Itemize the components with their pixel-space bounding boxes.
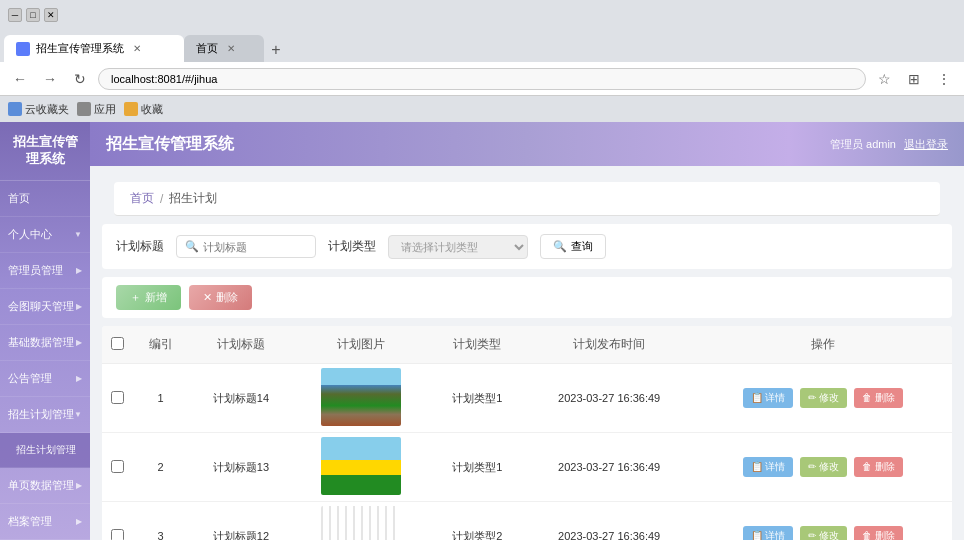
chevron-down-icon-2: ▼ — [74, 410, 82, 419]
back-btn[interactable]: ← — [8, 67, 32, 91]
bookmark-label-2: 应用 — [94, 102, 116, 117]
sidebar-item-home[interactable]: 首页 — [0, 181, 90, 217]
add-icon: ＋ — [130, 290, 141, 305]
menu-icon[interactable]: ⋮ — [932, 67, 956, 91]
delete-btn-label: 删除 — [216, 290, 238, 305]
header-title: 计划标题 — [189, 326, 292, 364]
content-area: 首页 / 招生计划 计划标题 🔍 计划类型 请选择计划类型 计划类型1 计 — [90, 166, 964, 540]
edit-label: 修改 — [819, 461, 839, 472]
bookmark-star-icon[interactable]: ☆ — [872, 67, 896, 91]
chevron-right-icon-3: ▶ — [76, 338, 82, 347]
delete-button[interactable]: 🗑 删除 — [854, 457, 903, 477]
sidebar-item-plan[interactable]: 招生计划管理 ▼ — [0, 397, 90, 433]
delete-row-icon: 🗑 — [862, 392, 872, 403]
bookmark-label-3: 收藏 — [141, 102, 163, 117]
inactive-tab[interactable]: 首页 ✕ — [184, 35, 264, 62]
table-row: 3 计划标题12 计划类型2 2023-03-27 16:36:49 📋 详情 … — [102, 502, 952, 541]
row-checkbox[interactable] — [111, 529, 124, 541]
sidebar-item-chat[interactable]: 会图聊天管理 ▶ — [0, 289, 90, 325]
tab-bar: 招生宣传管理系统 ✕ 首页 ✕ + — [0, 30, 964, 62]
plan-title-input[interactable] — [203, 241, 303, 253]
new-tab-btn[interactable]: + — [264, 38, 288, 62]
row-ops: 📋 详情 ✏ 修改 🗑 删除 — [694, 364, 952, 433]
chevron-right-icon-2: ▶ — [76, 302, 82, 311]
bookmark-favorites[interactable]: 收藏 — [124, 102, 163, 117]
forward-btn[interactable]: → — [38, 67, 62, 91]
sidebar-item-profile[interactable]: 个人中心 ▼ — [0, 217, 90, 253]
top-header: 招生宣传管理系统 管理员 admin 退出登录 — [90, 122, 964, 166]
header-right: 管理员 admin 退出登录 — [830, 137, 948, 152]
window-controls[interactable]: ─ □ ✕ — [8, 8, 58, 22]
data-table: 编引 计划标题 计划图片 计划类型 计划发布时间 操作 1 计划标题14 — [102, 326, 952, 540]
bookmark-collections[interactable]: 云收藏夹 — [8, 102, 69, 117]
row-time: 2023-03-27 16:36:49 — [525, 364, 694, 433]
search-button[interactable]: 🔍 查询 — [540, 234, 606, 259]
delete-button[interactable]: 🗑 删除 — [854, 526, 903, 540]
row-checkbox[interactable] — [111, 391, 124, 404]
minimize-btn[interactable]: ─ — [8, 8, 22, 22]
plan-type-label: 计划类型 — [328, 238, 376, 255]
extensions-icon[interactable]: ⊞ — [902, 67, 926, 91]
plan-type-select[interactable]: 请选择计划类型 计划类型1 计划类型2 — [388, 235, 528, 259]
add-button[interactable]: ＋ 新增 — [116, 285, 181, 310]
row-type: 计划类型1 — [430, 433, 525, 502]
tab-close-btn[interactable]: ✕ — [130, 42, 144, 56]
sidebar-item-basedata[interactable]: 基础数据管理 ▶ — [0, 325, 90, 361]
logout-btn[interactable]: 退出登录 — [904, 137, 948, 152]
row-title: 计划标题12 — [189, 502, 292, 541]
detail-button[interactable]: 📋 详情 — [743, 526, 794, 540]
app-title-header: 招生宣传管理系统 — [106, 134, 830, 155]
search-bar: 计划标题 🔍 计划类型 请选择计划类型 计划类型1 计划类型2 🔍 查询 — [102, 224, 952, 269]
row-ops: 📋 详情 ✏ 修改 🗑 删除 — [694, 502, 952, 541]
edit-icon: ✏ — [808, 461, 816, 472]
row-title: 计划标题13 — [189, 433, 292, 502]
maximize-btn[interactable]: □ — [26, 8, 40, 22]
delete-row-label: 删除 — [875, 392, 895, 403]
edit-label: 修改 — [819, 392, 839, 403]
inactive-tab-close-btn[interactable]: ✕ — [224, 42, 238, 56]
add-btn-label: 新增 — [145, 290, 167, 305]
detail-button[interactable]: 📋 详情 — [743, 388, 794, 408]
delete-button[interactable]: 🗑 删除 — [854, 388, 903, 408]
search-btn-icon: 🔍 — [553, 240, 567, 253]
batch-delete-button[interactable]: ✕ 删除 — [189, 285, 252, 310]
bookmark-label-1: 云收藏夹 — [25, 102, 69, 117]
delete-icon: ✕ — [203, 291, 212, 304]
address-input[interactable] — [98, 68, 866, 90]
plan-title-label: 计划标题 — [116, 238, 164, 255]
browser-window: ─ □ ✕ 招生宣传管理系统 ✕ 首页 ✕ + ← → ↻ ☆ ⊞ ⋮ 云收藏夹 — [0, 0, 964, 540]
delete-row-icon: 🗑 — [862, 461, 872, 472]
refresh-btn[interactable]: ↻ — [68, 67, 92, 91]
close-btn[interactable]: ✕ — [44, 8, 58, 22]
select-all-checkbox[interactable] — [111, 337, 124, 350]
chevron-down-icon: ▼ — [74, 230, 82, 239]
row-index: 3 — [132, 502, 189, 541]
chevron-right-icon: ▶ — [76, 266, 82, 275]
edit-button[interactable]: ✏ 修改 — [800, 457, 847, 477]
detail-icon: 📋 — [751, 461, 763, 472]
sidebar-item-singlepage[interactable]: 单页数据管理 ▶ — [0, 468, 90, 504]
detail-label: 详情 — [765, 392, 785, 403]
row-checkbox-cell — [102, 364, 132, 433]
header-index: 编引 — [132, 326, 189, 364]
detail-button[interactable]: 📋 详情 — [743, 457, 794, 477]
table-header-row: 编引 计划标题 计划图片 计划类型 计划发布时间 操作 — [102, 326, 952, 364]
sidebar-item-admin[interactable]: 管理员管理 ▶ — [0, 253, 90, 289]
sidebar-item-archive[interactable]: 档案管理 ▶ — [0, 504, 90, 540]
chevron-right-icon-5: ▶ — [76, 481, 82, 490]
chevron-right-icon-4: ▶ — [76, 374, 82, 383]
breadcrumb-home[interactable]: 首页 — [130, 190, 154, 207]
sidebar-item-plan-sub[interactable]: 招生计划管理 — [0, 433, 90, 468]
header-ops: 操作 — [694, 326, 952, 364]
edit-button[interactable]: ✏ 修改 — [800, 388, 847, 408]
sidebar-item-notice[interactable]: 公告管理 ▶ — [0, 361, 90, 397]
row-checkbox[interactable] — [111, 460, 124, 473]
table-row: 2 计划标题13 计划类型1 2023-03-27 16:36:49 📋 详情 … — [102, 433, 952, 502]
row-image — [293, 364, 430, 433]
edit-button[interactable]: ✏ 修改 — [800, 526, 847, 540]
active-tab-label: 招生宣传管理系统 — [36, 41, 124, 56]
row-image — [293, 502, 430, 541]
bookmark-apps[interactable]: 应用 — [77, 102, 116, 117]
active-tab[interactable]: 招生宣传管理系统 ✕ — [4, 35, 184, 62]
detail-label: 详情 — [765, 461, 785, 472]
